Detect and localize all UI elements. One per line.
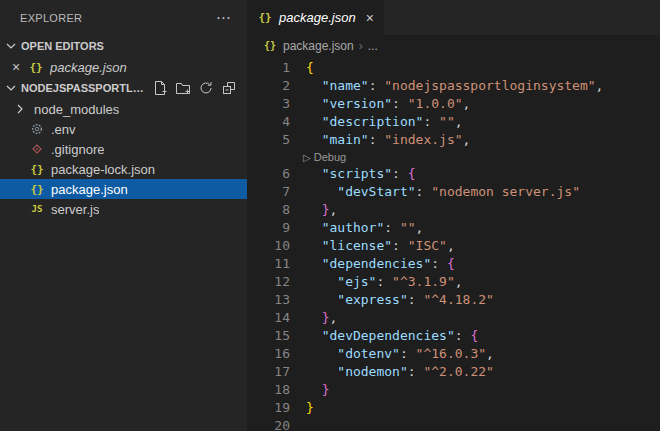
code-line-4[interactable]: 4 "description": "",	[247, 113, 660, 131]
json-icon: {}	[257, 12, 273, 23]
git-icon	[29, 142, 45, 156]
vscode-window: EXPLORER ⋯ OPEN EDITORS × {} package.jso…	[0, 0, 660, 431]
line-content: "scripts": {	[306, 165, 416, 183]
line-number[interactable]: 2	[247, 77, 290, 95]
code-line-13[interactable]: 13 "express": "^4.18.2"	[247, 291, 660, 309]
line-content: }	[306, 381, 329, 399]
open-editors-header[interactable]: OPEN EDITORS	[0, 35, 247, 57]
refresh-icon[interactable]	[198, 80, 214, 96]
code-line-1[interactable]: 1{	[247, 59, 660, 77]
file-label: package-lock.json	[51, 162, 155, 177]
explorer-header: EXPLORER ⋯	[0, 0, 247, 35]
file-item-env[interactable]: .env	[0, 119, 247, 139]
line-content: "description": "",	[306, 113, 463, 131]
tab-label: package.json	[279, 10, 356, 25]
file-item-node-modules[interactable]: node_modules	[0, 99, 247, 119]
code-line-18[interactable]: 18 }	[247, 381, 660, 399]
line-number[interactable]: 11	[247, 255, 290, 273]
code-line-19[interactable]: 19}	[247, 399, 660, 417]
collapse-all-icon[interactable]	[221, 80, 237, 96]
line-number[interactable]: 7	[247, 183, 290, 201]
file-label: server.js	[51, 202, 99, 217]
open-editor-package-json[interactable]: × {} package.json	[0, 57, 247, 77]
line-content: "name": "nodejspassportloginsystem",	[306, 77, 603, 95]
code-line-17[interactable]: 17 "nodemon": "^2.0.22"	[247, 363, 660, 381]
line-number[interactable]: 6	[247, 165, 290, 183]
editor-area: {} package.json × {} package.json › ... …	[247, 0, 660, 431]
line-number[interactable]: 19	[247, 399, 290, 417]
code-line-8[interactable]: 8 },	[247, 201, 660, 219]
line-number[interactable]: 15	[247, 327, 290, 345]
line-number[interactable]: 4	[247, 113, 290, 131]
more-actions-icon[interactable]: ⋯	[216, 10, 231, 25]
open-editor-label: package.json	[50, 60, 127, 75]
new-folder-icon[interactable]	[175, 80, 191, 96]
file-item-server-js[interactable]: JSserver.js	[0, 199, 247, 219]
line-number[interactable]: 13	[247, 291, 290, 309]
chevron-down-icon	[3, 38, 19, 54]
folder-chevron-icon	[12, 101, 28, 117]
open-editors-section: OPEN EDITORS × {} package.json	[0, 35, 247, 77]
code-line-6[interactable]: 6 "scripts": {	[247, 165, 660, 183]
codelens-label: Debug	[314, 151, 346, 163]
file-item-package-lock-json[interactable]: {}package-lock.json	[0, 159, 247, 179]
json-icon: {}	[262, 41, 278, 51]
code-line-3[interactable]: 3 "version": "1.0.0",	[247, 95, 660, 113]
code-line-2[interactable]: 2 "name": "nodejspassportloginsystem",	[247, 77, 660, 95]
line-content: "main": "index.js",	[306, 131, 470, 149]
file-item-gitignore[interactable]: .gitignore	[0, 139, 247, 159]
code-line-15[interactable]: 15 "devDependencies": {	[247, 327, 660, 345]
code-line-12[interactable]: 12 "ejs": "^3.1.9",	[247, 273, 660, 291]
line-content: "version": "1.0.0",	[306, 95, 470, 113]
code-line-10[interactable]: 10 "license": "ISC",	[247, 237, 660, 255]
json-icon: {}	[28, 62, 44, 73]
project-name: NODEJSPASSPORTLOGIN...	[21, 82, 152, 94]
line-content: "dependencies": {	[306, 255, 455, 273]
gear-icon	[29, 122, 45, 136]
line-number[interactable]: 5	[247, 131, 290, 149]
tab-package-json[interactable]: {} package.json ×	[247, 0, 384, 35]
file-item-package-json[interactable]: {}package.json	[0, 179, 247, 199]
code-area[interactable]: 1{2 "name": "nodejspassportloginsystem",…	[247, 57, 660, 431]
file-label: .gitignore	[51, 142, 104, 157]
line-number[interactable]: 9	[247, 219, 290, 237]
line-number[interactable]: 14	[247, 309, 290, 327]
line-content: "express": "^4.18.2"	[306, 291, 494, 309]
json-icon: {}	[29, 184, 45, 195]
line-content: "dotenv": "^16.0.3",	[306, 345, 494, 363]
line-number[interactable]: 17	[247, 363, 290, 381]
code-line-16[interactable]: 16 "dotenv": "^16.0.3",	[247, 345, 660, 363]
line-content: "ejs": "^3.1.9",	[306, 273, 463, 291]
close-icon[interactable]: ×	[8, 60, 24, 74]
line-number[interactable]: 18	[247, 381, 290, 399]
line-content: "license": "ISC",	[306, 237, 455, 255]
project-header[interactable]: NODEJSPASSPORTLOGIN...	[0, 77, 247, 99]
open-editors-label: OPEN EDITORS	[21, 40, 104, 52]
line-number[interactable]: 3	[247, 95, 290, 113]
code-line-14[interactable]: 14 },	[247, 309, 660, 327]
breadcrumb-file[interactable]: package.json	[283, 39, 354, 53]
new-file-icon[interactable]	[152, 80, 168, 96]
line-number[interactable]: 16	[247, 345, 290, 363]
line-number[interactable]: 1	[247, 59, 290, 77]
codelens-debug[interactable]: ▷Debug	[247, 149, 660, 165]
chevron-right-icon: ›	[359, 39, 363, 53]
line-content: "devDependencies": {	[306, 327, 478, 345]
line-content: },	[306, 309, 337, 327]
explorer-actions	[152, 80, 247, 96]
breadcrumb: {} package.json › ...	[247, 35, 660, 57]
code-line-5[interactable]: 5 "main": "index.js",	[247, 131, 660, 149]
project-section: NODEJSPASSPORTLOGIN... node_m	[0, 77, 247, 219]
explorer-title: EXPLORER	[20, 12, 82, 24]
tab-close-icon[interactable]: ×	[366, 11, 374, 25]
code-line-20[interactable]: 20	[247, 417, 660, 431]
line-number[interactable]: 12	[247, 273, 290, 291]
code-line-9[interactable]: 9 "author": "",	[247, 219, 660, 237]
breadcrumb-more[interactable]: ...	[368, 39, 378, 53]
code-line-11[interactable]: 11 "dependencies": {	[247, 255, 660, 273]
code-line-7[interactable]: 7 "devStart": "nodemon server.js"	[247, 183, 660, 201]
line-number[interactable]: 8	[247, 201, 290, 219]
line-number[interactable]: 20	[247, 417, 290, 431]
line-number[interactable]: 10	[247, 237, 290, 255]
line-content: {	[306, 59, 314, 77]
